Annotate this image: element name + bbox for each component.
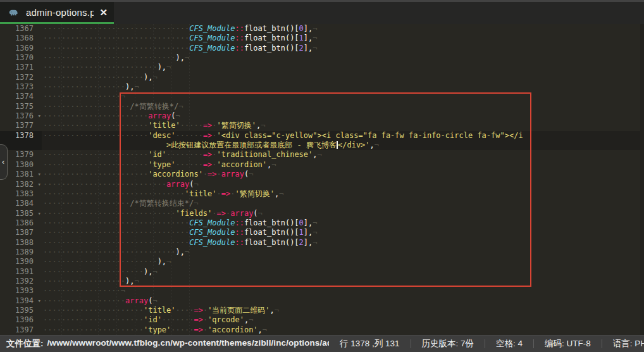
- fold-arrow-icon[interactable]: ▾: [38, 170, 41, 179]
- spaces-setting[interactable]: 空格: 4: [485, 338, 533, 349]
- code-text[interactable]: ······················),¬: [42, 267, 644, 277]
- line-number[interactable]: 1372: [0, 73, 42, 82]
- code-line[interactable]: 1397······················'type'·····=>·…: [0, 325, 644, 335]
- code-editor[interactable]: 1367································CFS_…: [0, 24, 644, 335]
- code-line[interactable]: 1385▾·····························'field…: [0, 209, 644, 218]
- code-line[interactable]: 1368································CFS_…: [0, 34, 644, 43]
- code-line-wrap[interactable]: >此按钮建议放置在最顶部或者最底部 - 腾飞博客</div>',¬: [0, 141, 644, 150]
- code-text[interactable]: ··················),¬: [42, 277, 644, 286]
- code-text[interactable]: ···················/*简繁转换结束*/¬: [42, 199, 644, 208]
- code-text[interactable]: ·························),¬: [42, 63, 644, 72]
- line-number[interactable]: 1377: [0, 121, 42, 130]
- line-number[interactable]: 1370: [0, 53, 42, 63]
- code-line[interactable]: 1388································CFS_…: [0, 238, 644, 248]
- code-text[interactable]: >此按钮建议放置在最顶部或者最底部 - 腾飞博客</div>',¬: [42, 141, 644, 150]
- code-text[interactable]: ······················'title'····=>·'当前页…: [42, 306, 644, 315]
- code-text[interactable]: ·····························),¬: [42, 53, 644, 63]
- code-line[interactable]: 1382▾···························array(¬: [0, 180, 644, 189]
- code-text[interactable]: ································CFS_Modu…: [42, 44, 644, 53]
- line-number[interactable]: 1390: [0, 257, 42, 267]
- language-setting[interactable]: 语言: PHP: [602, 338, 644, 349]
- code-text[interactable]: ·······················'id'········=>·'t…: [42, 150, 644, 160]
- code-line[interactable]: 1374·················¬: [0, 92, 644, 101]
- line-number[interactable]: 1385▾: [0, 209, 42, 218]
- code-line[interactable]: 1394▾··················array(¬: [0, 296, 644, 306]
- line-number[interactable]: 1368: [0, 34, 42, 43]
- code-text[interactable]: ······················),¬: [42, 73, 644, 82]
- code-line[interactable]: 1371·························),¬: [0, 63, 644, 72]
- line-number[interactable]: 1386: [0, 218, 42, 228]
- line-number[interactable]: 1388: [0, 238, 42, 248]
- line-number[interactable]: 1391: [0, 267, 42, 277]
- code-line[interactable]: 1367································CFS_…: [0, 24, 644, 34]
- code-line[interactable]: 1381▾·······················'accordions'…: [0, 170, 644, 179]
- code-line[interactable]: 1377·······················'title'·····=…: [0, 121, 644, 130]
- line-number[interactable]: 1369: [0, 44, 42, 53]
- code-line[interactable]: 1384···················/*简繁转换结束*/¬: [0, 199, 644, 208]
- line-number[interactable]: 1373: [0, 82, 42, 92]
- line-number[interactable]: 1392: [0, 277, 42, 286]
- line-number[interactable]: 1367: [0, 24, 42, 34]
- code-line[interactable]: 1395······················'title'····=>·…: [0, 306, 644, 315]
- line-number[interactable]: 1383: [0, 189, 42, 199]
- line-number[interactable]: 1387: [0, 228, 42, 237]
- encoding-setting[interactable]: 编码: UTF-8: [534, 338, 602, 349]
- code-line[interactable]: 1369································CFS_…: [0, 44, 644, 53]
- code-text[interactable]: ·····························'fields'·=>…: [42, 209, 644, 218]
- code-line[interactable]: 1393·················¬: [0, 286, 644, 296]
- code-line[interactable]: 1378·······················'desc'······=…: [0, 131, 644, 141]
- line-number[interactable]: 1397: [0, 325, 42, 335]
- close-icon[interactable]: ✕: [99, 8, 108, 17]
- code-line[interactable]: 1389·····························),¬: [0, 248, 644, 257]
- line-number[interactable]: 1371: [0, 63, 42, 72]
- code-text[interactable]: ···························array(¬: [42, 180, 644, 189]
- line-number[interactable]: 1382▾: [0, 180, 42, 189]
- code-text[interactable]: ································CFS_Modu…: [42, 228, 644, 237]
- code-text[interactable]: ·················¬: [42, 286, 644, 296]
- fold-arrow-icon[interactable]: ▾: [38, 180, 41, 189]
- scrollbar-track[interactable]: [640, 24, 644, 335]
- code-line[interactable]: 1390·························),¬: [0, 257, 644, 267]
- code-line[interactable]: 1396······················'id'·······=>·…: [0, 315, 644, 325]
- history-versions[interactable]: 历史版本: 7份: [411, 338, 485, 349]
- code-text[interactable]: ································CFS_Modu…: [42, 238, 644, 248]
- code-text[interactable]: ·······················array(¬: [42, 111, 644, 121]
- code-line[interactable]: 1380·······················'type'······=…: [0, 160, 644, 170]
- code-line[interactable]: 1383·······························'titl…: [0, 189, 644, 199]
- code-text[interactable]: ·················¬: [42, 92, 644, 101]
- code-line[interactable]: 1386································CFS_…: [0, 218, 644, 228]
- code-text[interactable]: ······················'id'·······=>·'qrc…: [42, 315, 644, 325]
- line-number[interactable]: 1396: [0, 315, 42, 325]
- code-text[interactable]: ·······························'title'·=…: [42, 189, 644, 199]
- line-number[interactable]: 1394▾: [0, 296, 42, 306]
- code-line[interactable]: 1373··················),¬: [0, 82, 644, 92]
- line-number[interactable]: 1376▾: [0, 111, 42, 121]
- line-number[interactable]: 1375: [0, 102, 42, 111]
- code-line[interactable]: 1375···················/*简繁转换*/¬: [0, 102, 644, 111]
- fold-arrow-icon[interactable]: ▾: [38, 111, 41, 121]
- code-text[interactable]: ··················array(¬: [42, 296, 644, 306]
- fold-arrow-icon[interactable]: ▾: [38, 209, 41, 218]
- line-number[interactable]: 1384: [0, 199, 42, 208]
- code-text[interactable]: ·······················'title'·····=>·'繁…: [42, 121, 644, 130]
- code-line[interactable]: 1372······················),¬: [0, 73, 644, 82]
- code-line[interactable]: 1387································CFS_…: [0, 228, 644, 237]
- code-text[interactable]: ······················'type'·····=>·'acc…: [42, 325, 644, 335]
- code-text[interactable]: ·······················'accordions'·=>·a…: [42, 170, 644, 179]
- fold-arrow-icon[interactable]: ▾: [38, 296, 41, 306]
- code-text[interactable]: ·······················'desc'······=>·'<…: [42, 131, 644, 141]
- code-line[interactable]: 1391······················),¬: [0, 267, 644, 277]
- code-text[interactable]: ···················/*简繁转换*/¬: [42, 102, 644, 111]
- code-text[interactable]: ··················),¬: [42, 82, 644, 92]
- line-number[interactable]: 1389: [0, 248, 42, 257]
- line-number[interactable]: 1395: [0, 306, 42, 315]
- code-text[interactable]: ································CFS_Modu…: [42, 218, 644, 228]
- code-line[interactable]: 1376▾·······················array(¬: [0, 111, 644, 121]
- line-number[interactable]: 1374: [0, 92, 42, 101]
- code-line[interactable]: 1379·······················'id'········=…: [0, 150, 644, 160]
- code-text[interactable]: ·····························),¬: [42, 248, 644, 257]
- sidebar-collapse-button[interactable]: ‹: [0, 144, 8, 180]
- line-number[interactable]: 1393: [0, 286, 42, 296]
- code-line[interactable]: 1370·····························),¬: [0, 53, 644, 63]
- code-text[interactable]: ·························),¬: [42, 257, 644, 267]
